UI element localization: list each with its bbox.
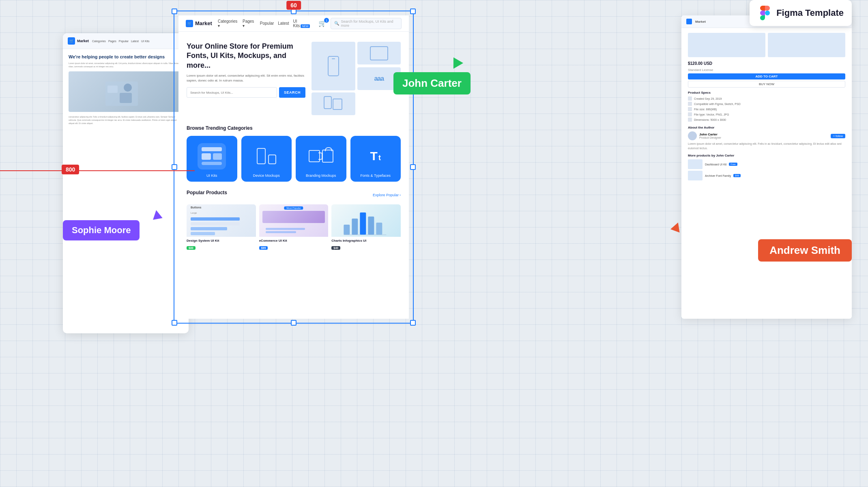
rp-more-name2: Archiver Font Family — [705, 174, 731, 177]
cat-devices: Device Mockups — [241, 136, 292, 182]
rp-author-bio: Lorem ipsum dolor sit amet, consectetur … — [688, 142, 845, 150]
rp-more-thumb2 — [688, 171, 703, 180]
rp-more: More products by John Carter Dashboard U… — [688, 154, 845, 180]
rp-author-role: Product Designer — [699, 136, 721, 139]
rp-spec-3: File size: 886(MB) — [688, 107, 845, 111]
green-arrow-cursor — [450, 57, 462, 67]
cat-uikits-label: UI Kits — [206, 174, 217, 178]
cat-branding-icon-area — [307, 142, 335, 170]
site-categories: Browse Trending Categories UI Kits — [178, 121, 409, 186]
font-letters: aaa — [374, 75, 384, 82]
thumb-content-2: Most Popular — [259, 204, 329, 237]
hero-device-1 — [312, 42, 355, 90]
rp-more-item-1: Dashboard UI Kit Free — [688, 159, 845, 169]
left-nav: Market Categories Pages Popular Latest U… — [63, 33, 189, 49]
cart-badge: 1 — [324, 18, 329, 23]
tablet-device — [370, 46, 388, 60]
btn-el1 — [191, 217, 240, 221]
nav-brand-left: Market — [77, 39, 89, 43]
hero-search-input[interactable] — [187, 87, 277, 98]
product-name-2: eCommerce UI Kit — [259, 239, 329, 242]
nav-link-uikits: UI Kits — [141, 40, 150, 43]
rp-buy-now[interactable]: BUY NOW — [688, 81, 845, 88]
rp-spec-text1: Created Sep 29, 2019 — [694, 97, 722, 100]
rp-spec-icon1 — [688, 97, 692, 101]
cat-fonts-icon-area: T t — [361, 142, 390, 170]
person-illustration — [101, 73, 150, 110]
ui-el2 — [202, 153, 211, 160]
product-name-3: Charts Infographics UI — [331, 239, 401, 242]
nav-link-popular: Popular — [119, 40, 129, 43]
btn-el3 — [191, 227, 227, 230]
line2 — [266, 231, 296, 233]
hero-search-button[interactable]: SEARCH — [279, 87, 305, 98]
rp-more-badge2: $49 — [733, 174, 741, 177]
font-T2: t — [378, 154, 381, 162]
cat-devices-label: Device Mockups — [253, 174, 280, 178]
svg-rect-7 — [352, 219, 358, 235]
category-grid: UI Kits Device Mockups — [187, 136, 401, 182]
site-content: Market Categories ▾ Pages ▾ Popular Late… — [178, 15, 409, 319]
nav-link-pages: Pages — [108, 40, 116, 43]
ui-el1 — [202, 147, 222, 151]
hero-device-2 — [357, 42, 401, 64]
rp-spec-text3: File size: 886(MB) — [694, 108, 717, 111]
product-img-el1 — [262, 211, 325, 223]
left-preview-card: Market Categories Pages Popular Latest U… — [63, 33, 189, 333]
rp-spec-text2: Compatible with Figma, Sketch, PSD — [694, 103, 741, 105]
rp-specs: Product Specs Created Sep 29, 2019 Compa… — [688, 91, 845, 122]
search-icon: 🔍 — [334, 21, 339, 26]
hero-search-form: SEARCH — [187, 87, 305, 98]
popular-header: Popular Products Explore Popular › — [187, 190, 401, 200]
rp-more-title: More products by John Carter — [688, 154, 845, 157]
rp-license-label: Standard License — [688, 68, 845, 72]
rp-spec-text5: Dimensions: 5000 x 3000 — [694, 118, 726, 121]
figma-template-badge: Figma Template — [750, 0, 852, 26]
phone-device — [328, 56, 339, 76]
font-T1: T — [370, 149, 378, 163]
hero-left: Your Online Store for Premium Fonts, UI … — [187, 42, 305, 115]
left-lorem2: consectetur adipiscing elit. Felis ut ti… — [69, 115, 183, 125]
svg-rect-6 — [344, 225, 350, 235]
rp-spec-icon4 — [688, 112, 692, 116]
svg-rect-10 — [376, 223, 382, 235]
hero-device-4 — [312, 92, 355, 115]
rp-add-to-cart[interactable]: ADD TO CART — [688, 73, 845, 79]
left-logo: Market — [68, 37, 89, 45]
figma-logo-svg — [758, 6, 772, 20]
right-panel-body: $120.00 USD Standard License ADD TO CART… — [681, 28, 852, 189]
figma-template-text: Figma Template — [776, 8, 844, 18]
rp-more-badge1: Free — [729, 163, 737, 166]
uikit-icon — [198, 143, 226, 169]
chart-thumb — [331, 204, 401, 237]
site-logo: Market — [186, 20, 212, 27]
rp-spec-icon3 — [688, 107, 692, 111]
cat-branding: Branding Mockups — [296, 136, 346, 182]
rp-follow-btn[interactable]: + follow — [831, 134, 845, 138]
fonts-icon: T t — [370, 149, 381, 163]
product-name-1: Design System UI Kit — [187, 239, 256, 242]
site-popular: Popular Products Explore Popular › Butto… — [178, 186, 409, 257]
rp-more-item-2: Archiver Font Family $49 — [688, 171, 845, 180]
right-panel: Market 🛒 Search for Mockups $120.00 USD … — [681, 15, 852, 319]
product-card-1: Buttons Large Design System UI Kit $00 — [187, 204, 256, 253]
product-info-1: Design System UI Kit $00 — [187, 237, 256, 253]
cat-fonts: T t Fonts & Typefaces — [350, 136, 401, 182]
rp-license-area: Standard License ADD TO CART BUY NOW — [688, 68, 845, 88]
nav-uikits: UI Kits — [293, 19, 313, 28]
explore-link[interactable]: Explore Popular › — [373, 193, 401, 197]
cat-uikits-icon-area — [198, 142, 226, 170]
site-nav: Market Categories ▾ Pages ▾ Popular Late… — [178, 15, 409, 32]
svg-rect-4 — [324, 97, 331, 109]
product-card-2: Most Popular eCommerce UI Kit — [259, 204, 329, 253]
product-info-3: Charts Infographics UI $40 — [331, 237, 401, 253]
svg-rect-9 — [368, 217, 374, 235]
svg-rect-3 — [107, 86, 118, 93]
nav-pages: Pages ▾ — [243, 19, 256, 28]
product-card-3: Charts Infographics UI $40 — [331, 204, 401, 253]
branding-icon — [309, 150, 333, 163]
site-hero: Your Online Store for Premium Fonts, UI … — [178, 32, 409, 121]
categories-heading: Browse Trending Categories — [187, 125, 401, 131]
photo-inner — [69, 71, 183, 112]
dimension-label: 800 — [62, 165, 79, 174]
